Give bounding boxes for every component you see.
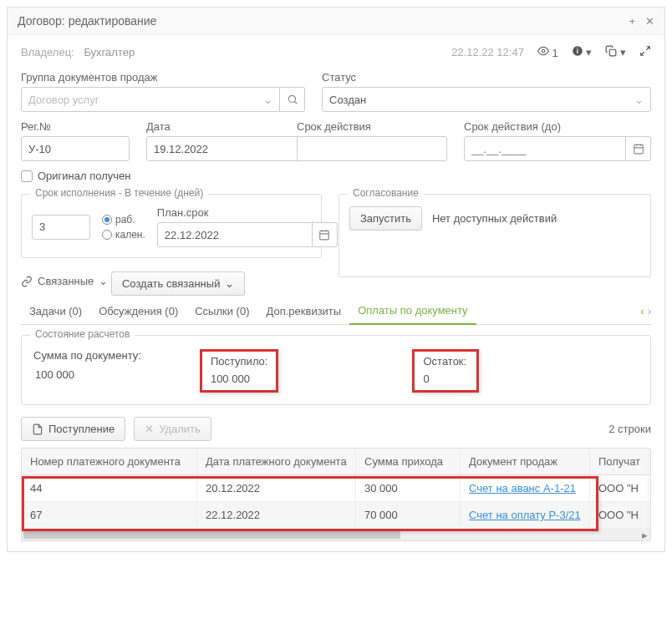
tab-next-icon[interactable]: › — [648, 305, 651, 317]
add-payment-label: Поступление — [48, 423, 115, 435]
status-select[interactable]: Создан ⌄ — [322, 87, 651, 112]
calc-remain-highlight: Остаток: 0 — [412, 349, 479, 393]
valid-to-input[interactable] — [464, 136, 626, 161]
cell-recipient: ООО "Н — [590, 475, 649, 501]
calc-received-label: Поступило: — [211, 355, 268, 368]
views-block[interactable]: 1 — [537, 45, 558, 59]
no-actions-text: Нет доступных действий — [432, 212, 557, 225]
regno-label: Рег.№ — [21, 120, 130, 133]
views-count: 1 — [552, 47, 558, 59]
copy-icon[interactable]: ▾ — [605, 45, 626, 59]
radio-cal[interactable]: кален. — [102, 229, 145, 241]
delete-icon: ✕ — [145, 423, 154, 435]
doc-link[interactable]: Счет на оплату Р-3/21 — [469, 509, 581, 521]
tab-prev-icon[interactable]: ‹ — [640, 305, 644, 317]
run-button[interactable]: Запустить — [349, 206, 422, 231]
group-label: Группа документов продаж — [21, 71, 305, 84]
info-icon[interactable]: i ▾ — [572, 45, 593, 59]
link-icon — [21, 276, 33, 287]
radio-work-input[interactable] — [102, 215, 112, 225]
approval-row: Запустить Нет доступных действий — [349, 206, 640, 231]
header-icons: 22.12.22 12:47 1 i ▾ ▾ — [451, 45, 651, 59]
group-placeholder: Договор услуг — [28, 94, 99, 106]
row-count: 2 строки — [608, 423, 651, 435]
delete-label: Удалить — [159, 423, 201, 435]
calendar-icon — [318, 229, 330, 241]
group-field: Группа документов продаж Договор услуг ⌄ — [21, 71, 305, 112]
radio-cal-input[interactable] — [102, 230, 112, 240]
svg-rect-6 — [634, 145, 643, 154]
doc-link[interactable]: Счет на аванс А-1-21 — [469, 482, 576, 494]
approval-legend: Согласование — [348, 187, 424, 199]
tabs: Задачи (0) Обсуждения (0) Ссылки (0) Доп… — [21, 297, 651, 325]
related-label: Связанные — [38, 275, 94, 287]
valid-field: Срок действия — [297, 120, 447, 161]
date-input[interactable] — [146, 136, 302, 161]
deadline-row: раб. кален. План.срок — [32, 206, 311, 247]
th-number[interactable]: Номер платежного документа — [22, 449, 197, 474]
tab-payments[interactable]: Оплаты по документу — [349, 297, 476, 325]
radio-work[interactable]: раб. — [102, 214, 145, 226]
days-input[interactable] — [32, 215, 90, 240]
calc-remain-value: 0 — [423, 373, 468, 385]
search-button[interactable] — [280, 87, 305, 112]
close-icon[interactable]: ✕ — [645, 15, 654, 28]
plan-input[interactable] — [157, 222, 313, 247]
original-label: Оригинал получен — [38, 170, 130, 182]
header-datetime: 22.12.22 12:47 — [451, 46, 524, 58]
add-icon[interactable]: + — [629, 15, 635, 28]
calc-sum-value: 100 000 — [33, 368, 141, 381]
window-title: Договор: редактирование — [18, 14, 156, 28]
calc-received-highlight: Поступило: 100 000 — [200, 349, 279, 393]
col-left: Срок исполнения - В течение (дней) раб. … — [21, 194, 322, 297]
valid-input[interactable] — [297, 136, 447, 161]
table-row[interactable]: 44 20.12.2022 30 000 Счет на аванс А-1-2… — [22, 475, 650, 502]
delete-button[interactable]: ✕ Удалить — [134, 417, 211, 441]
scroll-right-icon[interactable]: ▸ — [639, 529, 650, 540]
original-checkbox-row[interactable]: Оригинал получен — [21, 170, 651, 182]
status-field: Статус Создан ⌄ — [322, 71, 651, 112]
th-amount[interactable]: Сумма прихода — [356, 449, 461, 474]
th-doc[interactable]: Документ продаж — [461, 449, 590, 474]
table-row[interactable]: 67 22.12.2022 70 000 Счет на оплату Р-3/… — [22, 502, 650, 529]
deadline-fieldset: Срок исполнения - В течение (дней) раб. … — [21, 194, 322, 258]
tab-links[interactable]: Ссылки (0) — [186, 298, 257, 324]
tab-tasks[interactable]: Задачи (0) — [21, 298, 90, 324]
date-field: Дата — [146, 120, 280, 161]
calendar-icon — [633, 143, 644, 155]
cell-date: 20.12.2022 — [197, 475, 356, 501]
calc-fieldset: Состояние расчетов Сумма по документу: 1… — [21, 335, 651, 405]
svg-rect-3 — [610, 49, 617, 56]
original-checkbox[interactable] — [21, 170, 33, 182]
regno-input[interactable] — [21, 136, 130, 161]
calc-sum: Сумма по документу: 100 000 — [33, 349, 141, 393]
deadline-approval-row: Срок исполнения - В течение (дней) раб. … — [21, 194, 651, 297]
expand-icon[interactable] — [639, 45, 651, 59]
svg-text:i: i — [577, 48, 578, 55]
svg-point-4 — [288, 95, 295, 102]
th-recipient[interactable]: Получат — [590, 449, 649, 474]
group-select[interactable]: Договор услуг ⌄ — [21, 87, 280, 112]
related-button[interactable]: Связанные ⌄ — [21, 275, 108, 287]
tab-extra[interactable]: Доп.реквизиты — [258, 298, 350, 324]
owner-block: Владелец: Бухгалтер — [21, 46, 135, 58]
tab-discussions[interactable]: Обсуждения (0) — [90, 298, 186, 324]
scroll-thumb[interactable] — [23, 530, 400, 539]
calc-row: Сумма по документу: 100 000 Поступило: 1… — [33, 349, 639, 393]
cell-amount: 70 000 — [356, 502, 461, 528]
calc-remain-label: Остаток: — [423, 355, 468, 368]
plan-date-field: План.срок — [157, 206, 338, 247]
valid-label: Срок действия — [297, 120, 447, 133]
calendar-button[interactable] — [626, 136, 651, 161]
calendar-button[interactable] — [313, 222, 338, 247]
document-icon — [32, 423, 43, 435]
owner-label: Владелец: — [21, 46, 74, 58]
horizontal-scrollbar[interactable]: ▸ — [22, 529, 650, 540]
cell-amount: 30 000 — [356, 475, 461, 501]
row-reg-date-valid: Рег.№ Дата Срок действия Срок действия (… — [21, 120, 651, 161]
svg-rect-7 — [320, 231, 329, 240]
add-payment-button[interactable]: Поступление — [21, 417, 125, 441]
calc-sum-label: Сумма по документу: — [33, 349, 141, 362]
create-related-button[interactable]: Создать связанный ⌄ — [111, 271, 245, 296]
th-date[interactable]: Дата платежного документа — [197, 449, 356, 474]
